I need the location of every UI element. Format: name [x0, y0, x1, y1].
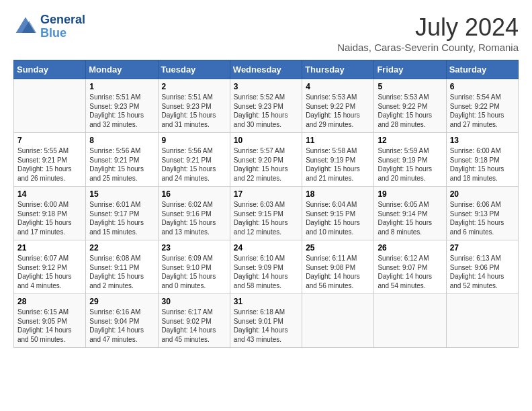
day-number: 4 — [306, 82, 370, 91]
day-number: 14 — [17, 189, 82, 199]
calendar-cell: 27Sunrise: 6:13 AMSunset: 9:06 PMDayligh… — [446, 240, 518, 294]
calendar-cell — [302, 294, 374, 348]
calendar-cell: 17Sunrise: 6:03 AMSunset: 9:15 PMDayligh… — [230, 187, 302, 240]
day-number: 28 — [17, 297, 82, 306]
day-info: Sunrise: 5:56 AMSunset: 9:21 PMDaylight:… — [89, 146, 154, 183]
day-info: Sunrise: 6:05 AMSunset: 9:14 PMDaylight:… — [378, 200, 442, 236]
calendar-cell — [446, 294, 518, 348]
calendar-cell: 18Sunrise: 6:04 AMSunset: 9:15 PMDayligh… — [302, 187, 374, 240]
calendar-cell: 30Sunrise: 6:17 AMSunset: 9:02 PMDayligh… — [158, 294, 230, 348]
calendar-cell: 13Sunrise: 6:00 AMSunset: 9:18 PMDayligh… — [446, 133, 518, 187]
calendar-cell: 1Sunrise: 5:51 AMSunset: 9:23 PMDaylight… — [86, 79, 158, 133]
day-info: Sunrise: 6:10 AMSunset: 9:09 PMDaylight:… — [234, 254, 298, 290]
logo-text: General Blue — [40, 13, 85, 40]
day-info: Sunrise: 5:54 AMSunset: 9:22 PMDaylight:… — [450, 93, 515, 129]
weekday-header: Thursday — [302, 60, 374, 79]
day-number: 31 — [234, 297, 298, 306]
calendar-cell: 21Sunrise: 6:07 AMSunset: 9:12 PMDayligh… — [14, 240, 86, 294]
day-info: Sunrise: 6:17 AMSunset: 9:02 PMDaylight:… — [162, 308, 226, 344]
day-number: 11 — [306, 136, 370, 145]
day-number: 17 — [234, 189, 298, 199]
day-info: Sunrise: 6:06 AMSunset: 9:13 PMDaylight:… — [450, 200, 515, 236]
day-number: 22 — [89, 243, 154, 253]
calendar-cell: 7Sunrise: 5:55 AMSunset: 9:21 PMDaylight… — [14, 133, 86, 187]
day-info: Sunrise: 6:12 AMSunset: 9:07 PMDaylight:… — [378, 254, 442, 290]
calendar-cell: 8Sunrise: 5:56 AMSunset: 9:21 PMDaylight… — [86, 133, 158, 187]
calendar-cell — [14, 79, 86, 133]
weekday-header-row: SundayMondayTuesdayWednesdayThursdayFrid… — [14, 60, 519, 79]
day-number: 20 — [450, 189, 515, 199]
day-info: Sunrise: 6:15 AMSunset: 9:05 PMDaylight:… — [17, 308, 82, 344]
day-info: Sunrise: 5:51 AMSunset: 9:23 PMDaylight:… — [89, 93, 154, 129]
month-title: July 2024 — [337, 13, 519, 42]
calendar-cell: 10Sunrise: 5:57 AMSunset: 9:20 PMDayligh… — [230, 133, 302, 187]
calendar-week-row: 28Sunrise: 6:15 AMSunset: 9:05 PMDayligh… — [14, 294, 519, 348]
day-number: 27 — [450, 243, 515, 253]
calendar-cell: 12Sunrise: 5:59 AMSunset: 9:19 PMDayligh… — [374, 133, 446, 187]
day-number: 26 — [378, 243, 442, 253]
day-info: Sunrise: 5:53 AMSunset: 9:22 PMDaylight:… — [378, 93, 442, 129]
day-number: 2 — [162, 82, 226, 91]
logo-icon — [13, 15, 38, 39]
day-number: 18 — [306, 189, 370, 199]
day-number: 12 — [378, 136, 442, 145]
day-info: Sunrise: 6:02 AMSunset: 9:16 PMDaylight:… — [162, 200, 226, 236]
calendar-cell: 5Sunrise: 5:53 AMSunset: 9:22 PMDaylight… — [374, 79, 446, 133]
calendar-cell: 3Sunrise: 5:52 AMSunset: 9:23 PMDaylight… — [230, 79, 302, 133]
calendar-cell: 23Sunrise: 6:09 AMSunset: 9:10 PMDayligh… — [158, 240, 230, 294]
day-number: 13 — [450, 136, 515, 145]
calendar-week-row: 14Sunrise: 6:00 AMSunset: 9:18 PMDayligh… — [14, 187, 519, 240]
day-number: 19 — [378, 189, 442, 199]
day-number: 29 — [89, 297, 154, 306]
calendar-cell: 15Sunrise: 6:01 AMSunset: 9:17 PMDayligh… — [86, 187, 158, 240]
day-number: 7 — [17, 136, 82, 145]
day-info: Sunrise: 6:16 AMSunset: 9:04 PMDaylight:… — [89, 308, 154, 344]
weekday-header: Wednesday — [230, 60, 302, 79]
location-title: Naidas, Caras-Severin County, Romania — [337, 42, 519, 53]
day-number: 30 — [162, 297, 226, 306]
day-info: Sunrise: 6:08 AMSunset: 9:11 PMDaylight:… — [89, 254, 154, 290]
weekday-header: Saturday — [446, 60, 518, 79]
weekday-header: Monday — [86, 60, 158, 79]
day-number: 8 — [89, 136, 154, 145]
day-number: 23 — [162, 243, 226, 253]
day-info: Sunrise: 5:51 AMSunset: 9:23 PMDaylight:… — [162, 93, 226, 129]
day-info: Sunrise: 6:04 AMSunset: 9:15 PMDaylight:… — [306, 200, 370, 236]
day-info: Sunrise: 6:00 AMSunset: 9:18 PMDaylight:… — [17, 200, 82, 236]
calendar-cell: 25Sunrise: 6:11 AMSunset: 9:08 PMDayligh… — [302, 240, 374, 294]
calendar-cell — [374, 294, 446, 348]
day-info: Sunrise: 5:53 AMSunset: 9:22 PMDaylight:… — [306, 93, 370, 129]
calendar-cell: 2Sunrise: 5:51 AMSunset: 9:23 PMDaylight… — [158, 79, 230, 133]
calendar-week-row: 1Sunrise: 5:51 AMSunset: 9:23 PMDaylight… — [14, 79, 519, 133]
day-number: 15 — [89, 189, 154, 199]
page-header: General Blue July 2024 Naidas, Caras-Sev… — [13, 13, 519, 53]
day-info: Sunrise: 6:00 AMSunset: 9:18 PMDaylight:… — [450, 146, 515, 183]
day-info: Sunrise: 5:58 AMSunset: 9:19 PMDaylight:… — [306, 146, 370, 183]
calendar-week-row: 21Sunrise: 6:07 AMSunset: 9:12 PMDayligh… — [14, 240, 519, 294]
calendar-cell: 9Sunrise: 5:56 AMSunset: 9:21 PMDaylight… — [158, 133, 230, 187]
calendar-cell: 24Sunrise: 6:10 AMSunset: 9:09 PMDayligh… — [230, 240, 302, 294]
day-number: 24 — [234, 243, 298, 253]
calendar-cell: 22Sunrise: 6:08 AMSunset: 9:11 PMDayligh… — [86, 240, 158, 294]
day-info: Sunrise: 5:57 AMSunset: 9:20 PMDaylight:… — [234, 146, 298, 183]
calendar-table: SundayMondayTuesdayWednesdayThursdayFrid… — [13, 60, 519, 348]
logo: General Blue — [13, 13, 85, 40]
day-info: Sunrise: 5:56 AMSunset: 9:21 PMDaylight:… — [162, 146, 226, 183]
title-block: July 2024 Naidas, Caras-Severin County, … — [337, 13, 519, 53]
calendar-cell: 6Sunrise: 5:54 AMSunset: 9:22 PMDaylight… — [446, 79, 518, 133]
weekday-header: Sunday — [14, 60, 86, 79]
day-info: Sunrise: 6:03 AMSunset: 9:15 PMDaylight:… — [234, 200, 298, 236]
day-info: Sunrise: 6:01 AMSunset: 9:17 PMDaylight:… — [89, 200, 154, 236]
day-number: 25 — [306, 243, 370, 253]
calendar-cell: 26Sunrise: 6:12 AMSunset: 9:07 PMDayligh… — [374, 240, 446, 294]
day-number: 1 — [89, 82, 154, 91]
calendar-cell: 4Sunrise: 5:53 AMSunset: 9:22 PMDaylight… — [302, 79, 374, 133]
calendar-week-row: 7Sunrise: 5:55 AMSunset: 9:21 PMDaylight… — [14, 133, 519, 187]
calendar-cell: 29Sunrise: 6:16 AMSunset: 9:04 PMDayligh… — [86, 294, 158, 348]
day-info: Sunrise: 6:13 AMSunset: 9:06 PMDaylight:… — [450, 254, 515, 290]
calendar-cell: 16Sunrise: 6:02 AMSunset: 9:16 PMDayligh… — [158, 187, 230, 240]
calendar-cell: 14Sunrise: 6:00 AMSunset: 9:18 PMDayligh… — [14, 187, 86, 240]
day-number: 3 — [234, 82, 298, 91]
day-number: 10 — [234, 136, 298, 145]
calendar-cell: 31Sunrise: 6:18 AMSunset: 9:01 PMDayligh… — [230, 294, 302, 348]
